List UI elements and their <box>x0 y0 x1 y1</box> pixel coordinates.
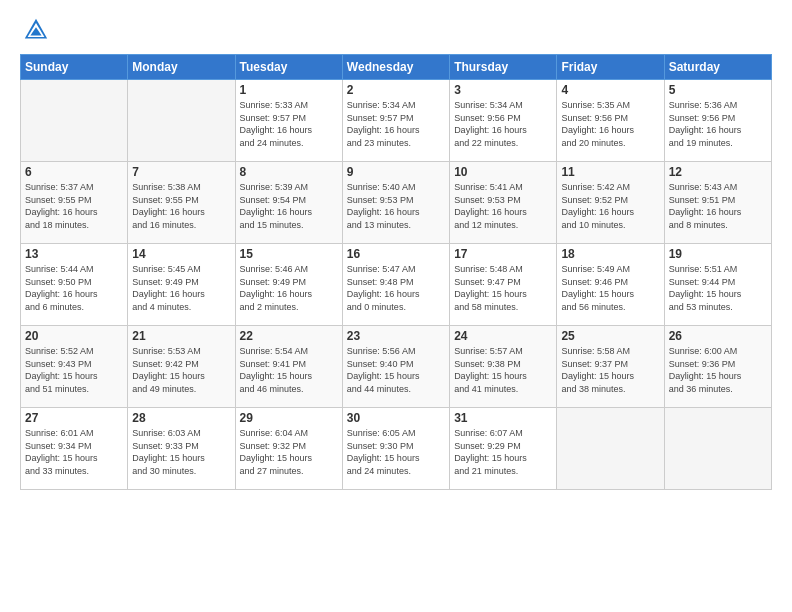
day-number: 22 <box>240 329 338 343</box>
day-info: Sunrise: 5:56 AM Sunset: 9:40 PM Dayligh… <box>347 345 445 395</box>
day-number: 14 <box>132 247 230 261</box>
calendar-cell: 17Sunrise: 5:48 AM Sunset: 9:47 PM Dayli… <box>450 244 557 326</box>
day-info: Sunrise: 5:52 AM Sunset: 9:43 PM Dayligh… <box>25 345 123 395</box>
day-number: 18 <box>561 247 659 261</box>
day-info: Sunrise: 5:54 AM Sunset: 9:41 PM Dayligh… <box>240 345 338 395</box>
day-number: 1 <box>240 83 338 97</box>
day-number: 3 <box>454 83 552 97</box>
day-number: 28 <box>132 411 230 425</box>
calendar-week-4: 20Sunrise: 5:52 AM Sunset: 9:43 PM Dayli… <box>21 326 772 408</box>
day-number: 11 <box>561 165 659 179</box>
day-info: Sunrise: 6:05 AM Sunset: 9:30 PM Dayligh… <box>347 427 445 477</box>
logo-icon <box>22 16 50 44</box>
calendar-cell: 25Sunrise: 5:58 AM Sunset: 9:37 PM Dayli… <box>557 326 664 408</box>
weekday-friday: Friday <box>557 55 664 80</box>
day-info: Sunrise: 5:49 AM Sunset: 9:46 PM Dayligh… <box>561 263 659 313</box>
calendar-cell: 10Sunrise: 5:41 AM Sunset: 9:53 PM Dayli… <box>450 162 557 244</box>
calendar-cell: 18Sunrise: 5:49 AM Sunset: 9:46 PM Dayli… <box>557 244 664 326</box>
day-number: 23 <box>347 329 445 343</box>
day-number: 21 <box>132 329 230 343</box>
day-info: Sunrise: 6:04 AM Sunset: 9:32 PM Dayligh… <box>240 427 338 477</box>
day-info: Sunrise: 5:40 AM Sunset: 9:53 PM Dayligh… <box>347 181 445 231</box>
day-info: Sunrise: 5:37 AM Sunset: 9:55 PM Dayligh… <box>25 181 123 231</box>
calendar-week-1: 1Sunrise: 5:33 AM Sunset: 9:57 PM Daylig… <box>21 80 772 162</box>
day-number: 25 <box>561 329 659 343</box>
calendar: SundayMondayTuesdayWednesdayThursdayFrid… <box>20 54 772 490</box>
day-info: Sunrise: 5:35 AM Sunset: 9:56 PM Dayligh… <box>561 99 659 149</box>
calendar-cell: 20Sunrise: 5:52 AM Sunset: 9:43 PM Dayli… <box>21 326 128 408</box>
day-number: 24 <box>454 329 552 343</box>
day-info: Sunrise: 5:51 AM Sunset: 9:44 PM Dayligh… <box>669 263 767 313</box>
day-number: 26 <box>669 329 767 343</box>
calendar-cell: 26Sunrise: 6:00 AM Sunset: 9:36 PM Dayli… <box>664 326 771 408</box>
day-info: Sunrise: 5:33 AM Sunset: 9:57 PM Dayligh… <box>240 99 338 149</box>
day-number: 7 <box>132 165 230 179</box>
day-info: Sunrise: 5:34 AM Sunset: 9:56 PM Dayligh… <box>454 99 552 149</box>
day-number: 5 <box>669 83 767 97</box>
day-info: Sunrise: 5:47 AM Sunset: 9:48 PM Dayligh… <box>347 263 445 313</box>
day-number: 6 <box>25 165 123 179</box>
header <box>20 16 772 44</box>
calendar-cell: 8Sunrise: 5:39 AM Sunset: 9:54 PM Daylig… <box>235 162 342 244</box>
calendar-cell: 30Sunrise: 6:05 AM Sunset: 9:30 PM Dayli… <box>342 408 449 490</box>
calendar-cell: 23Sunrise: 5:56 AM Sunset: 9:40 PM Dayli… <box>342 326 449 408</box>
calendar-week-3: 13Sunrise: 5:44 AM Sunset: 9:50 PM Dayli… <box>21 244 772 326</box>
calendar-cell: 6Sunrise: 5:37 AM Sunset: 9:55 PM Daylig… <box>21 162 128 244</box>
day-number: 19 <box>669 247 767 261</box>
calendar-cell: 12Sunrise: 5:43 AM Sunset: 9:51 PM Dayli… <box>664 162 771 244</box>
day-info: Sunrise: 5:46 AM Sunset: 9:49 PM Dayligh… <box>240 263 338 313</box>
calendar-cell <box>664 408 771 490</box>
day-info: Sunrise: 5:36 AM Sunset: 9:56 PM Dayligh… <box>669 99 767 149</box>
day-number: 29 <box>240 411 338 425</box>
calendar-cell: 11Sunrise: 5:42 AM Sunset: 9:52 PM Dayli… <box>557 162 664 244</box>
calendar-cell <box>21 80 128 162</box>
calendar-cell: 28Sunrise: 6:03 AM Sunset: 9:33 PM Dayli… <box>128 408 235 490</box>
calendar-cell: 15Sunrise: 5:46 AM Sunset: 9:49 PM Dayli… <box>235 244 342 326</box>
calendar-cell: 13Sunrise: 5:44 AM Sunset: 9:50 PM Dayli… <box>21 244 128 326</box>
day-number: 10 <box>454 165 552 179</box>
calendar-cell: 1Sunrise: 5:33 AM Sunset: 9:57 PM Daylig… <box>235 80 342 162</box>
weekday-wednesday: Wednesday <box>342 55 449 80</box>
day-number: 12 <box>669 165 767 179</box>
weekday-tuesday: Tuesday <box>235 55 342 80</box>
day-number: 9 <box>347 165 445 179</box>
calendar-cell: 31Sunrise: 6:07 AM Sunset: 9:29 PM Dayli… <box>450 408 557 490</box>
weekday-thursday: Thursday <box>450 55 557 80</box>
calendar-cell: 2Sunrise: 5:34 AM Sunset: 9:57 PM Daylig… <box>342 80 449 162</box>
calendar-cell: 24Sunrise: 5:57 AM Sunset: 9:38 PM Dayli… <box>450 326 557 408</box>
calendar-week-5: 27Sunrise: 6:01 AM Sunset: 9:34 PM Dayli… <box>21 408 772 490</box>
day-info: Sunrise: 5:38 AM Sunset: 9:55 PM Dayligh… <box>132 181 230 231</box>
calendar-cell: 9Sunrise: 5:40 AM Sunset: 9:53 PM Daylig… <box>342 162 449 244</box>
day-info: Sunrise: 5:57 AM Sunset: 9:38 PM Dayligh… <box>454 345 552 395</box>
calendar-cell: 3Sunrise: 5:34 AM Sunset: 9:56 PM Daylig… <box>450 80 557 162</box>
day-info: Sunrise: 5:58 AM Sunset: 9:37 PM Dayligh… <box>561 345 659 395</box>
day-info: Sunrise: 5:48 AM Sunset: 9:47 PM Dayligh… <box>454 263 552 313</box>
day-info: Sunrise: 6:01 AM Sunset: 9:34 PM Dayligh… <box>25 427 123 477</box>
calendar-cell: 5Sunrise: 5:36 AM Sunset: 9:56 PM Daylig… <box>664 80 771 162</box>
day-number: 2 <box>347 83 445 97</box>
weekday-header-row: SundayMondayTuesdayWednesdayThursdayFrid… <box>21 55 772 80</box>
day-info: Sunrise: 5:42 AM Sunset: 9:52 PM Dayligh… <box>561 181 659 231</box>
day-number: 30 <box>347 411 445 425</box>
calendar-cell: 19Sunrise: 5:51 AM Sunset: 9:44 PM Dayli… <box>664 244 771 326</box>
calendar-cell: 29Sunrise: 6:04 AM Sunset: 9:32 PM Dayli… <box>235 408 342 490</box>
weekday-sunday: Sunday <box>21 55 128 80</box>
day-info: Sunrise: 5:34 AM Sunset: 9:57 PM Dayligh… <box>347 99 445 149</box>
day-info: Sunrise: 5:53 AM Sunset: 9:42 PM Dayligh… <box>132 345 230 395</box>
page: SundayMondayTuesdayWednesdayThursdayFrid… <box>0 0 792 612</box>
weekday-saturday: Saturday <box>664 55 771 80</box>
day-info: Sunrise: 5:39 AM Sunset: 9:54 PM Dayligh… <box>240 181 338 231</box>
day-info: Sunrise: 5:41 AM Sunset: 9:53 PM Dayligh… <box>454 181 552 231</box>
day-number: 27 <box>25 411 123 425</box>
day-info: Sunrise: 6:03 AM Sunset: 9:33 PM Dayligh… <box>132 427 230 477</box>
calendar-cell: 4Sunrise: 5:35 AM Sunset: 9:56 PM Daylig… <box>557 80 664 162</box>
day-number: 15 <box>240 247 338 261</box>
calendar-cell: 14Sunrise: 5:45 AM Sunset: 9:49 PM Dayli… <box>128 244 235 326</box>
calendar-cell: 21Sunrise: 5:53 AM Sunset: 9:42 PM Dayli… <box>128 326 235 408</box>
day-info: Sunrise: 5:45 AM Sunset: 9:49 PM Dayligh… <box>132 263 230 313</box>
day-number: 16 <box>347 247 445 261</box>
day-number: 20 <box>25 329 123 343</box>
calendar-cell <box>128 80 235 162</box>
calendar-cell: 7Sunrise: 5:38 AM Sunset: 9:55 PM Daylig… <box>128 162 235 244</box>
logo <box>20 16 50 44</box>
